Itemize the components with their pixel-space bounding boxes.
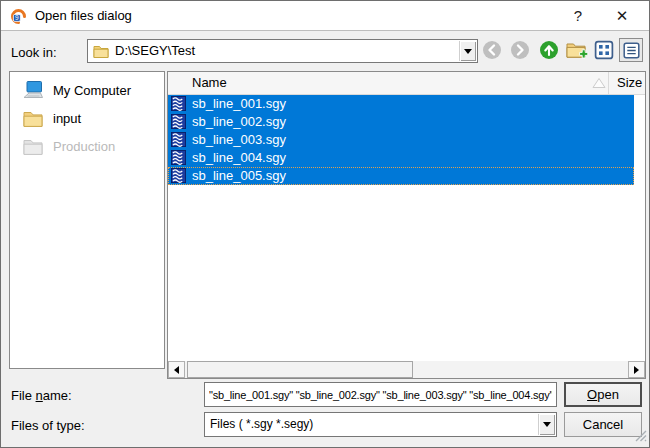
segy-file-icon	[171, 114, 186, 131]
icon-view-button[interactable]	[592, 38, 616, 62]
icon-view-icon	[594, 40, 614, 60]
sidebar-item-production[interactable]: Production	[11, 133, 163, 159]
create-new-folder-button[interactable]	[565, 38, 589, 62]
file-name-input[interactable]	[204, 382, 557, 407]
triangle-right-icon	[634, 366, 639, 374]
file-row[interactable]: sb_line_002.sgy	[168, 113, 634, 131]
folder-icon-disabled	[20, 138, 46, 155]
files-of-type-dropdown-button[interactable]	[538, 414, 555, 435]
look-in-label: Look in:	[11, 45, 57, 60]
new-folder-icon	[566, 40, 589, 60]
look-in-value: D:\SEGY\Test	[115, 40, 195, 62]
open-button[interactable]: Open	[564, 382, 642, 407]
files-of-type-value: Files ( *.sgy *.segy)	[210, 413, 313, 436]
folder-icon	[20, 110, 46, 127]
chevron-down-icon	[543, 422, 551, 427]
file-row[interactable]: sb_line_004.sgy	[168, 149, 634, 167]
file-list: Name Size sb_line_001.sgy sb_line_002.sg…	[167, 71, 646, 379]
open-files-dialog: 9 Open files dialog ? ✕ Look in: D:\SEGY…	[0, 0, 650, 448]
sidebar-item-label: My Computer	[53, 83, 131, 98]
detail-view-icon	[623, 42, 640, 59]
chevron-down-icon	[464, 49, 472, 54]
files-of-type-label: Files of type:	[11, 418, 85, 433]
scroll-right-button[interactable]	[628, 361, 645, 378]
forward-button[interactable]	[508, 38, 532, 62]
forward-icon	[510, 40, 530, 60]
look-in-combobox[interactable]: D:\SEGY\Test	[87, 39, 478, 63]
titlebar: 9 Open files dialog ? ✕	[1, 1, 649, 31]
segy-file-icon	[171, 168, 186, 185]
cancel-button[interactable]: Cancel	[564, 412, 642, 437]
file-row[interactable]: sb_line_001.sgy	[168, 95, 634, 113]
window-title: Open files dialog	[35, 1, 132, 30]
up-arrow-icon	[539, 40, 559, 60]
scroll-left-button[interactable]	[168, 361, 185, 378]
sidebar-item-my-computer[interactable]: My Computer	[11, 77, 163, 103]
segy-file-icon	[171, 96, 186, 113]
scrollbar-thumb[interactable]	[187, 361, 413, 378]
file-name-label: File name:	[11, 388, 72, 403]
help-button[interactable]: ?	[561, 1, 595, 30]
sidebar-item-label: input	[53, 111, 81, 126]
resize-grip[interactable]	[634, 429, 647, 445]
back-icon	[482, 40, 502, 60]
app-logo-icon: 9	[10, 8, 27, 25]
folder-icon	[93, 44, 109, 61]
file-name: sb_line_002.sgy	[192, 114, 286, 129]
computer-icon	[20, 80, 46, 100]
file-name: sb_line_004.sgy	[192, 150, 286, 165]
detail-view-button[interactable]	[619, 38, 643, 62]
file-row[interactable]: sb_line_005.sgy	[168, 167, 634, 185]
svg-text:9: 9	[15, 14, 19, 21]
segy-file-icon	[171, 150, 186, 167]
segy-file-icon	[171, 132, 186, 149]
file-rows: sb_line_001.sgy sb_line_002.sgy sb_line_…	[168, 95, 645, 185]
close-button[interactable]: ✕	[605, 1, 639, 30]
sort-ascending-icon	[592, 77, 606, 92]
look-in-dropdown-button[interactable]	[459, 41, 476, 61]
file-name: sb_line_001.sgy	[192, 96, 286, 111]
file-row[interactable]: sb_line_003.sgy	[168, 131, 634, 149]
file-name: sb_line_003.sgy	[192, 132, 286, 147]
sidebar-item-input[interactable]: input	[11, 105, 163, 131]
sidebar-item-label: Production	[53, 139, 115, 154]
triangle-left-icon	[174, 366, 179, 374]
column-header-size[interactable]: Size	[608, 72, 645, 94]
list-header: Name Size	[168, 72, 645, 95]
files-of-type-combobox[interactable]: Files ( *.sgy *.segy)	[204, 412, 557, 437]
file-name: sb_line_005.sgy	[192, 168, 286, 183]
up-one-level-button[interactable]	[537, 38, 561, 62]
column-header-name[interactable]: Name	[192, 72, 227, 94]
back-button[interactable]	[480, 38, 504, 62]
places-sidebar: My Computer input Production	[9, 71, 165, 369]
horizontal-scrollbar	[168, 361, 645, 378]
